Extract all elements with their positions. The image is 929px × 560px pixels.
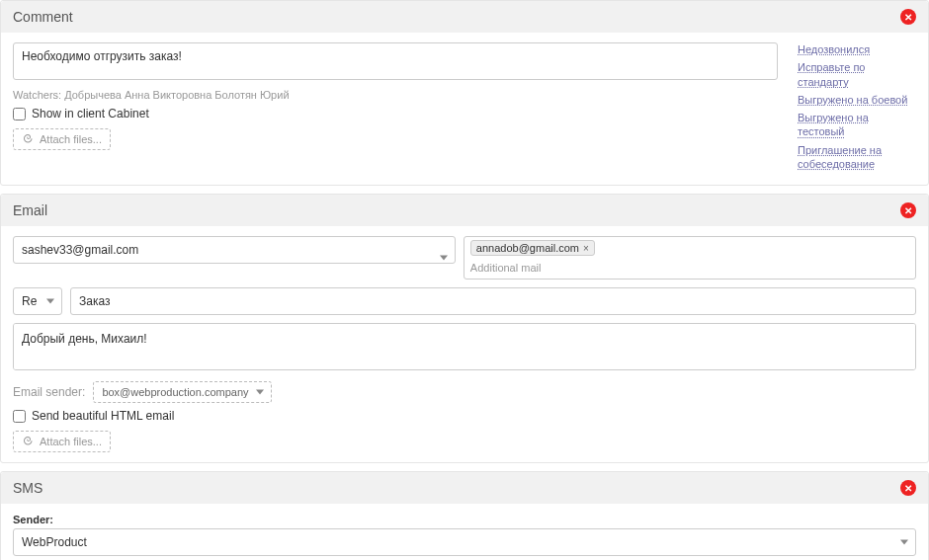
email-prefix-wrap: Re (13, 287, 62, 315)
email-header: Email ✕ (1, 195, 928, 226)
template-link[interactable]: Приглашение на собеседование (798, 143, 916, 172)
show-in-cabinet-row[interactable]: Show in client Cabinet (13, 107, 778, 120)
comment-title: Comment (13, 9, 73, 25)
email-tag-label: annadob@gmail.com (476, 242, 579, 254)
close-icon[interactable]: ✕ (900, 9, 916, 25)
show-in-cabinet-checkbox[interactable] (13, 108, 26, 120)
template-link[interactable]: Недозвонился (798, 42, 916, 56)
watchers-label: Watchers: (13, 89, 61, 101)
email-sender-label: Email sender: (13, 385, 85, 399)
html-email-row[interactable]: Send beautiful HTML email (13, 409, 916, 423)
watchers-row: Watchers: Добрычева Анна Викторовна Боло… (13, 89, 778, 101)
remove-tag-icon[interactable]: × (583, 243, 589, 254)
email-tag: annadob@gmail.com × (470, 240, 595, 256)
email-to-select[interactable]: sashev33@gmail.com (13, 236, 456, 264)
attachment-icon (22, 436, 34, 447)
email-title: Email (13, 202, 47, 218)
html-email-checkbox[interactable] (13, 410, 26, 423)
comment-textarea[interactable]: Необходимо отгрузить заказ! (13, 42, 778, 80)
additional-mail-input[interactable]: annadob@gmail.com × Additional mail (464, 236, 916, 280)
email-prefix-select[interactable]: Re (13, 287, 62, 315)
template-link[interactable]: Исправьте по стандарту (798, 60, 916, 89)
sms-sender-label: Sender: (13, 514, 916, 525)
attach-files-button[interactable]: Attach files... (13, 431, 111, 452)
attach-files-label: Attach files... (40, 436, 102, 447)
sms-title: SMS (13, 480, 42, 496)
html-email-label: Send beautiful HTML email (32, 409, 174, 423)
watchers-value: Добрычева Анна Викторовна Болотян Юрий (64, 89, 289, 101)
attach-files-button[interactable]: Attach files... (13, 128, 111, 150)
template-link[interactable]: Выгружено на боевой (798, 93, 916, 107)
close-icon[interactable]: ✕ (900, 202, 916, 218)
email-section: Email ✕ sashev33@gmail.com annadob@gmail… (0, 194, 929, 463)
sms-section: SMS ✕ Sender: WebProduct 380675646590 Зд… (0, 471, 929, 560)
email-sender-select[interactable]: box@webproduction.company (93, 381, 272, 403)
comment-header: Comment ✕ (1, 1, 928, 33)
email-subject-input[interactable] (70, 287, 916, 315)
templates-list: Недозвонился Исправьте по стандарту Выгр… (798, 42, 916, 175)
additional-mail-placeholder: Additional mail (470, 260, 909, 276)
sms-header: SMS ✕ (1, 472, 928, 504)
email-to-wrap: sashev33@gmail.com (13, 236, 456, 280)
attachment-icon (22, 133, 34, 145)
comment-main: Необходимо отгрузить заказ! Watchers: До… (13, 42, 778, 175)
close-icon[interactable]: ✕ (900, 480, 916, 496)
email-body-textarea[interactable]: Добрый день, Михаил! Ваше обращение прин… (13, 323, 916, 370)
show-in-cabinet-label: Show in client Cabinet (32, 107, 149, 120)
sms-sender-select[interactable]: WebProduct (13, 528, 916, 556)
template-link[interactable]: Выгружено на тестовый (798, 111, 916, 139)
attach-files-label: Attach files... (40, 133, 102, 145)
comment-section: Comment ✕ Необходимо отгрузить заказ! Wa… (0, 0, 929, 186)
